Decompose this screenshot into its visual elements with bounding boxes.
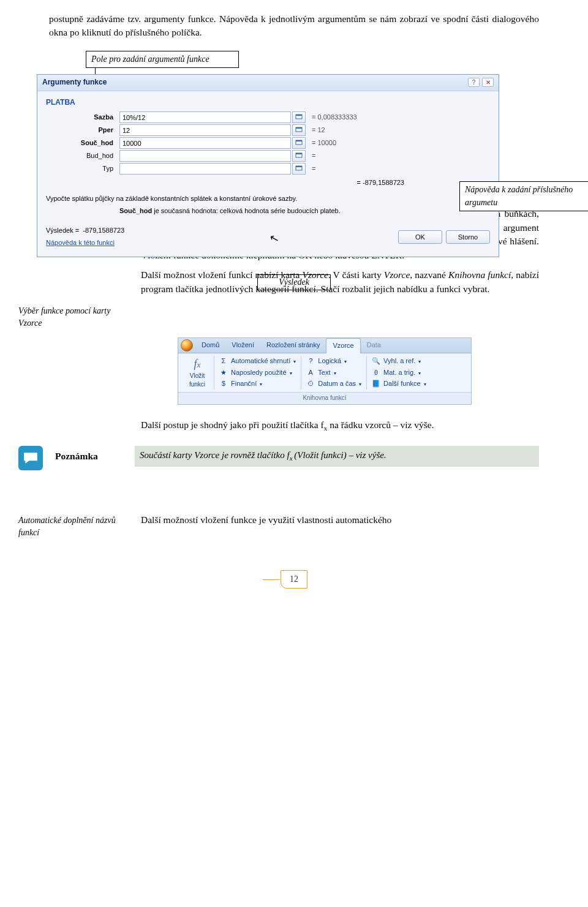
chevron-down-icon: ▾ [290,371,292,376]
ribbon-tab-data[interactable]: Data [361,338,387,353]
chevron-down-icon: ▾ [293,359,296,364]
arg-input-bud_hod[interactable] [119,150,291,162]
arg-row-bud_hod: Bud_hod= [46,150,490,162]
arg-evaluated: = 10000 [312,138,336,148]
callout-argument-fields: Pole pro zadání argumentů funkce [86,51,239,68]
ribbon-vzorce: DomůVloženíRozložení stránkyVzorceData f… [178,337,472,405]
ribbon-tab-vzorce[interactable]: Vzorce [326,338,360,353]
svg-rect-5 [296,140,302,141]
cancel-button[interactable]: Storno [446,230,490,244]
ribbon-btn-icon: ? [306,357,315,366]
ribbon-tab-domů[interactable]: Domů [195,338,225,353]
range-picker-button[interactable] [292,137,306,149]
arg-input-souč_hod[interactable] [119,137,291,149]
chevron-down-icon: ▾ [359,382,361,387]
arg-input-pper[interactable] [119,124,291,136]
chevron-down-icon: ▾ [334,371,336,376]
arg-label: Sazba [46,113,119,122]
svg-rect-9 [296,166,302,167]
arg-label: Souč_hod [46,138,119,148]
arg-row-pper: Pper= 12 [46,124,490,136]
ribbon-tab-vložení[interactable]: Vložení [225,338,260,353]
arg-label: Pper [46,126,119,135]
ribbon-btn-datum-a-as[interactable]: ⏲Datum a čas ▾ [305,378,363,390]
ribbon-btn-logick-[interactable]: ?Logická ▾ [305,356,363,367]
ribbon-tab-rozložení-stránky[interactable]: Rozložení stránky [260,338,326,353]
office-orb[interactable] [178,338,195,353]
help-button[interactable]: ? [468,78,480,87]
ribbon-btn-naposledy-pou-it-[interactable]: ★Naposledy použité ▾ [218,367,297,378]
ribbon-btn-dal-funkce[interactable]: 📘Další funkce ▾ [371,378,428,390]
note-icon [18,446,43,470]
arg-label: Bud_hod [46,151,119,161]
close-button[interactable]: ✕ [482,78,494,87]
range-picker-button[interactable] [292,111,306,123]
ribbon-btn-icon: Σ [219,357,228,366]
dialog-help-link[interactable]: Nápověda k této funkci [46,238,115,248]
note-label: Poznámka [55,446,123,463]
office-orb-icon [181,339,193,352]
paragraph-autocomplete: Další možností vložení funkce je využití… [141,513,539,527]
arg-row-souč_hod: Souč_hod= 10000 [46,137,490,149]
range-picker-button[interactable] [292,150,306,162]
function-name: PLATBA [46,97,490,108]
arg-input-typ[interactable] [119,163,291,175]
svg-rect-1 [296,115,302,116]
ok-button[interactable]: OK [398,230,442,244]
dialog-description: Vypočte splátku půjčky na základě konsta… [46,194,490,204]
range-picker-button[interactable] [292,163,306,175]
margin-note-autocomplete: Automatické doplnění názvů funkcí [18,513,129,540]
arg-row-typ: Typ= [46,163,490,175]
ribbon-group-label: Knihovna funkcí [178,392,471,404]
chevron-down-icon: ▾ [418,371,421,376]
svg-rect-7 [296,153,302,154]
arg-evaluated: = [312,151,315,161]
ribbon-btn-mat-a-trig-[interactable]: θMat. a trig. ▾ [371,367,428,378]
chevron-down-icon: ▾ [344,359,347,364]
callout-result: Výsledek [257,274,331,290]
arg-row-sazba: Sazba= 0,008333333 [46,111,490,123]
margin-note-tab-selection: Výběr funkce pomocí karty Vzorce [18,304,129,330]
dialog-arg-help: Souč_hod je současná hodnota: celková ho… [119,206,490,216]
ribbon-btn-finan-n-[interactable]: $Finanční ▾ [218,378,297,390]
arg-evaluated: = [312,164,315,174]
range-picker-button[interactable] [292,124,306,136]
function-arguments-dialog: Argumenty funkce ? ✕ PLATBA Sazba= 0,008… [37,74,499,257]
svg-rect-3 [296,127,302,129]
ribbon-btn-icon: 🔍 [372,357,380,366]
dialog-result-top: = -879,1588723 [46,178,490,188]
ribbon-btn-icon: $ [219,380,228,388]
note-body: Součástí karty Vzorce je rovněž tlačítko… [135,446,539,467]
ribbon-btn-icon: A [306,369,315,377]
insert-function-button[interactable]: fx Vložit funkci [184,356,210,390]
page-number: 12 [281,570,307,589]
arg-evaluated: = 12 [312,126,325,135]
ribbon-btn-icon: θ [372,369,380,377]
arg-label: Typ [46,164,119,174]
ribbon-btn-automatick-shrnut-[interactable]: ΣAutomatické shrnutí ▾ [218,356,297,367]
chevron-down-icon: ▾ [260,382,262,387]
ribbon-btn-text[interactable]: AText ▾ [305,367,363,378]
chevron-down-icon: ▾ [424,382,426,387]
ribbon-btn-icon: 📘 [372,380,380,388]
ribbon-btn-icon: ★ [219,369,228,377]
ribbon-btn-icon: ⏲ [306,380,315,388]
arg-evaluated: = 0,008333333 [312,113,357,122]
dialog-title: Argumenty funkce [42,77,107,88]
dialog-result: Výsledek = -879,1588723 [46,226,124,236]
intro-paragraph: postupně zadáváme tzv. argumenty funkce.… [49,12,539,40]
fx-icon: fx [194,356,201,372]
paragraph-next-steps: Další postup je shodný jako při použití … [141,418,539,434]
callout-help-argument: Nápověda k zadání příslušného argumetu [459,181,588,211]
arg-input-sazba[interactable] [119,111,291,123]
ribbon-btn-vyhl-a-ref-[interactable]: 🔍Vyhl. a ref. ▾ [371,356,428,367]
chevron-down-icon: ▾ [418,359,421,364]
